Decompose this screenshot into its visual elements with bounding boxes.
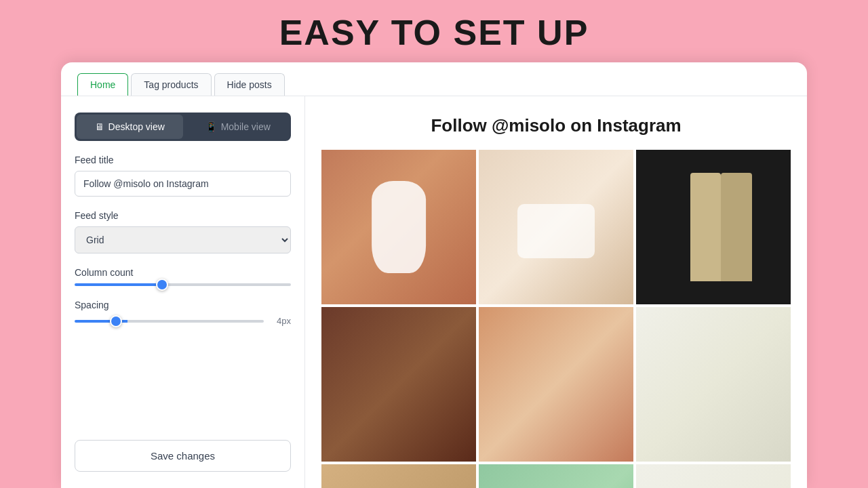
grid-cell-2 — [479, 150, 633, 304]
product-image-2 — [479, 150, 633, 304]
product-image-7 — [321, 464, 476, 488]
preview-area: Follow @misolo on Instagram — [305, 96, 807, 488]
tab-bar: Home Tag products Hide posts — [61, 62, 807, 96]
grid-cell-5 — [479, 307, 633, 462]
grid-cell-7 — [321, 464, 476, 488]
feed-title-label: Feed title — [75, 155, 291, 165]
page-title: EASY TO SET UP — [0, 12, 868, 53]
sidebar: 🖥 Desktop view 📱 Mobile view Feed title … — [61, 96, 305, 488]
grid-cell-4 — [321, 307, 476, 462]
feed-style-select[interactable]: Grid Masonry Slider Highlight — [75, 226, 291, 253]
feed-style-label: Feed style — [75, 210, 291, 221]
grid-cell-1 — [321, 150, 476, 304]
column-count-label: Column count — [75, 267, 291, 278]
product-image-4 — [321, 307, 476, 462]
main-content: 🖥 Desktop view 📱 Mobile view Feed title … — [61, 96, 807, 488]
feed-title-input[interactable] — [75, 171, 291, 197]
mobile-view-label: Mobile view — [221, 121, 271, 132]
spacing-slider[interactable] — [75, 320, 264, 323]
mobile-icon: 📱 — [205, 121, 217, 132]
image-grid — [321, 150, 791, 488]
product-image-8 — [479, 464, 633, 488]
desktop-view-label: Desktop view — [108, 121, 165, 132]
grid-cell-3 — [636, 150, 791, 304]
desktop-icon: 🖥 — [95, 121, 104, 132]
feed-style-group: Feed style Grid Masonry Slider Highlight — [75, 210, 291, 253]
spacing-group: Spacing 4px — [75, 300, 291, 326]
tab-home[interactable]: Home — [77, 73, 128, 96]
preview-title: Follow @misolo on Instagram — [321, 115, 791, 136]
spacing-label: Spacing — [75, 300, 291, 310]
view-toggle: 🖥 Desktop view 📱 Mobile view — [75, 113, 291, 141]
column-count-slider[interactable] — [75, 283, 291, 286]
desktop-view-button[interactable]: 🖥 Desktop view — [77, 115, 183, 139]
grid-cell-9 — [636, 464, 791, 488]
page-header: EASY TO SET UP — [0, 0, 868, 62]
product-image-6 — [636, 307, 791, 462]
column-count-group: Column count — [75, 267, 291, 286]
spacing-row: 4px — [75, 316, 291, 326]
product-image-1 — [321, 150, 476, 304]
tab-hide-posts[interactable]: Hide posts — [214, 73, 285, 96]
grid-cell-6 — [636, 307, 791, 462]
feed-title-group: Feed title — [75, 155, 291, 197]
mobile-view-button[interactable]: 📱 Mobile view — [185, 113, 292, 141]
save-changes-button[interactable]: Save changes — [75, 440, 291, 472]
grid-cell-8 — [479, 464, 633, 488]
app-container: Home Tag products Hide posts 🖥 Desktop v… — [61, 62, 807, 488]
product-image-5 — [479, 307, 633, 462]
product-image-9 — [636, 464, 791, 488]
product-image-3 — [636, 150, 791, 304]
tab-tag-products[interactable]: Tag products — [131, 73, 211, 96]
spacing-value: 4px — [271, 316, 291, 326]
